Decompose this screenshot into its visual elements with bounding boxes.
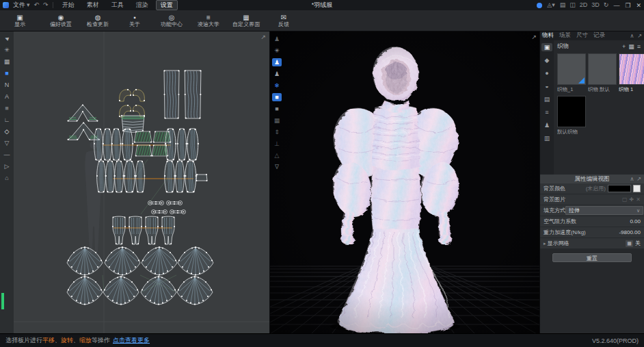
bg-color-swatch[interactable] <box>608 185 631 192</box>
toolbar-button[interactable]: ▦ 自定义界面 <box>228 11 264 30</box>
viewport-3d[interactable]: ♟✳♟♟❄■■▦⇕⊥△∇ ↗ <box>270 31 540 334</box>
fabric-thumbnail[interactable] <box>557 53 586 85</box>
menu-item[interactable]: 工具 <box>107 0 129 10</box>
viewport-tool-icon[interactable]: ♟ <box>272 58 282 66</box>
menu-item[interactable]: 开始 <box>57 0 79 10</box>
bg-image-preview-icon[interactable]: ▢ <box>622 196 628 203</box>
pattern-tool-icon[interactable]: ■ <box>2 70 12 77</box>
reset-button[interactable]: 重置 <box>552 253 632 262</box>
pattern-tool-icon[interactable]: ■ <box>2 105 12 112</box>
fabric-item[interactable]: 默认织物 <box>557 96 585 136</box>
pattern-tool-icon[interactable]: ▷ <box>2 163 12 170</box>
bg-image-remove-icon[interactable]: ✕ <box>636 196 641 203</box>
toolbar-button[interactable]: ◍ 检查更新 <box>81 11 115 30</box>
layout-icon[interactable]: 3D <box>591 2 600 8</box>
fabric-thumbnail[interactable] <box>557 96 586 127</box>
material-category-icon[interactable]: ◒ <box>541 82 552 90</box>
air-drag-value[interactable]: 0.00 <box>630 218 641 224</box>
material-category-icon[interactable]: ▣ <box>541 43 552 51</box>
toolbar-button[interactable]: ▪ 关于 <box>118 11 152 30</box>
bg-image-add-icon[interactable]: ✚ <box>630 196 634 203</box>
garment-3d-canvas[interactable] <box>270 31 540 334</box>
toolbar-button[interactable]: ✉ 反馈 <box>267 11 301 30</box>
material-category-icon[interactable]: ≡ <box>541 108 552 116</box>
window-control-icon[interactable]: — <box>613 2 619 9</box>
menu-item[interactable]: 渲染 <box>131 0 153 10</box>
toolbar-button[interactable]: ▣ 显示 <box>3 11 37 30</box>
grid-toggle-icon[interactable]: ▦ <box>626 240 633 247</box>
viewport-tool-icon[interactable]: ♟ <box>272 35 282 43</box>
grid-view-icon[interactable]: ▦ <box>628 43 634 50</box>
pattern-canvas[interactable] <box>0 31 269 334</box>
material-category-icon[interactable]: ▤ <box>541 95 552 103</box>
viewport-tool-icon[interactable]: ⊥ <box>272 140 282 148</box>
file-menu[interactable]: 文件 ▾ <box>13 1 30 10</box>
redo-icon[interactable]: ↷ <box>43 2 49 8</box>
expand-panel-icon[interactable]: ↗ <box>637 33 642 39</box>
material-category-icon[interactable]: ◆ <box>541 56 552 64</box>
vignette <box>270 31 540 334</box>
fabric-thumbnail[interactable] <box>619 53 644 85</box>
viewport-tool-icon[interactable]: ■ <box>272 105 282 113</box>
pattern-tool-icon[interactable]: ◇ <box>2 128 12 136</box>
right-panel-tab[interactable]: 记录 <box>593 31 605 40</box>
pattern-tool-icon[interactable]: ⌂ <box>2 175 12 182</box>
layout-icon[interactable]: ◫ <box>569 2 576 8</box>
window-control-icon[interactable]: ❐ <box>625 2 630 9</box>
expand-2d-panel-icon[interactable]: ↗ <box>260 34 266 40</box>
material-category-icon[interactable]: ♟ <box>541 121 552 129</box>
gravity-value[interactable]: -9800.00 <box>619 229 641 235</box>
user-avatar[interactable] <box>537 3 542 8</box>
shape-tool-dropdown[interactable]: ◬▾ <box>547 2 554 8</box>
viewport-tool-icon[interactable]: ✳ <box>272 47 282 55</box>
pattern-tool-icon[interactable]: A <box>2 93 12 101</box>
window-control-icon[interactable]: ✕ <box>636 2 641 9</box>
viewport-tool-icon[interactable]: ∇ <box>272 163 282 171</box>
toolbar-button-label: 凌迪大学 <box>198 21 219 27</box>
fabric-item[interactable]: 织物 1 <box>619 53 644 93</box>
undo-icon[interactable]: ↶ <box>34 2 40 8</box>
toolbar-button[interactable]: ≡ 凌迪大学 <box>191 11 226 30</box>
toolbar-button[interactable]: ◎ 功能中心 <box>155 11 189 30</box>
status-segment[interactable]: 点击查看更多 <box>113 336 150 345</box>
pattern-tool-icon[interactable]: — <box>2 151 12 159</box>
bg-color-picker-icon[interactable] <box>633 185 641 192</box>
viewport-tool-icon[interactable]: ♟ <box>272 70 282 78</box>
layout-icon[interactable]: ▤ <box>560 2 566 8</box>
right-panel-tab[interactable]: 场景 <box>559 31 571 40</box>
material-category-icon[interactable]: ● <box>541 69 552 77</box>
viewport-tool-icon[interactable]: ⇕ <box>272 128 282 136</box>
add-fabric-icon[interactable]: + <box>622 43 626 50</box>
viewport-tool-icon[interactable]: ▦ <box>272 116 282 125</box>
pattern-tool-icon[interactable]: ∟ <box>2 116 12 124</box>
pattern-zoom-indicator[interactable] <box>1 293 4 309</box>
menu-item[interactable]: 素材 <box>82 0 104 10</box>
expand-properties-icon[interactable]: ↗ <box>636 176 641 182</box>
viewport-tool-icon[interactable]: ■ <box>272 93 282 101</box>
pattern-tool-icon[interactable]: ✳ <box>2 47 12 54</box>
pattern-tool-icon[interactable]: ▽ <box>2 140 12 147</box>
right-panel-tab[interactable]: 尺寸 <box>576 31 588 40</box>
row-expand-icon[interactable]: ▸ <box>544 241 546 246</box>
fabric-item[interactable]: 织物 默认 <box>588 53 615 93</box>
viewport-tool-icon[interactable]: △ <box>272 151 282 159</box>
pattern-tool-icon[interactable]: ▦ <box>2 58 12 66</box>
collapse-panel-icon[interactable]: ∧ <box>630 33 634 39</box>
collapse-properties-icon[interactable]: ∧ <box>630 176 634 182</box>
list-view-icon[interactable]: ≡ <box>637 43 641 50</box>
pattern-tool-icon[interactable]: N <box>2 81 12 89</box>
pattern-2d-panel[interactable]: ▲✳▦■NA■∟◇▽—▷⌂ ↗ <box>0 31 270 334</box>
fabric-item[interactable]: 织物_1 <box>557 53 585 93</box>
fabric-thumbnail[interactable] <box>588 53 617 85</box>
pattern-tool-icon[interactable]: ▲ <box>1 33 12 44</box>
fill-mode-dropdown[interactable]: 拉伸 ∨ <box>565 206 643 215</box>
toolbar-button[interactable]: ◉ 偏好设置 <box>44 11 78 30</box>
expand-3d-panel-icon[interactable]: ↗ <box>531 34 537 40</box>
layout-icon[interactable]: 2D <box>580 2 588 8</box>
right-panel-tab[interactable]: 物料 <box>542 31 554 40</box>
layout-icon[interactable]: ↻ <box>604 2 609 8</box>
viewport-tool-icon[interactable]: ❄ <box>272 81 282 90</box>
grid-toggle-state[interactable]: 关 <box>635 240 641 247</box>
menu-item[interactable]: 设置 <box>156 0 178 10</box>
material-category-icon[interactable]: ▥ <box>541 134 552 142</box>
